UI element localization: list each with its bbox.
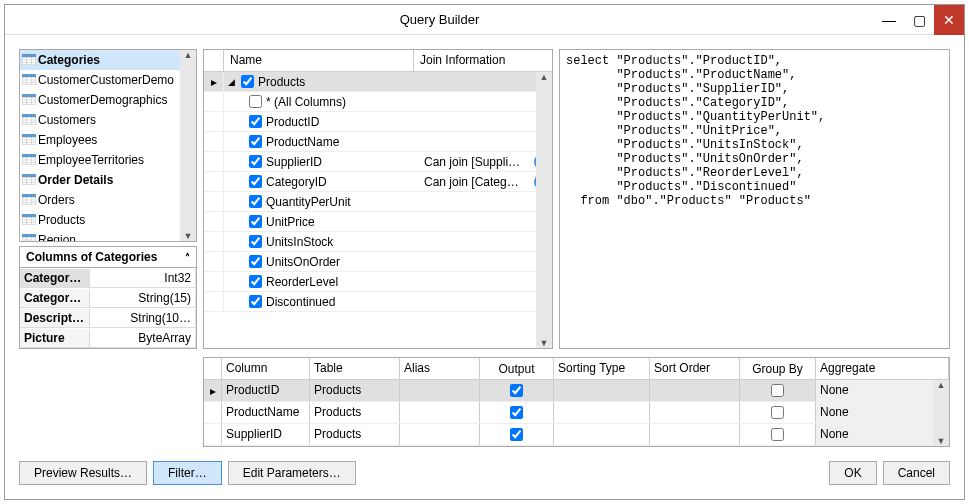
row-indicator — [204, 112, 224, 131]
table-row[interactable]: Region — [20, 230, 180, 241]
field-label: Discontinued — [264, 295, 424, 309]
field-row[interactable]: QuantityPerUnit — [204, 192, 552, 212]
field-row[interactable]: * (All Columns) — [204, 92, 552, 112]
field-row[interactable]: ProductID — [204, 112, 552, 132]
table-icon — [22, 134, 36, 146]
cell-alias[interactable] — [400, 402, 480, 423]
svg-rect-0 — [22, 54, 36, 57]
output-row[interactable]: ▸ProductIDProductsNone — [204, 380, 949, 402]
table-row[interactable]: Products — [20, 210, 180, 230]
groupby-checkbox[interactable] — [771, 384, 784, 397]
cell-aggregate[interactable]: None — [816, 380, 949, 401]
output-row[interactable]: ProductNameProductsNone — [204, 402, 949, 424]
column-type: Int32 — [90, 269, 196, 288]
field-checkbox[interactable] — [241, 75, 254, 88]
row-indicator — [204, 212, 224, 231]
columns-panel: Columns of Categories ˄ Categor…Int32Cat… — [19, 246, 197, 349]
field-checkbox[interactable] — [249, 235, 262, 248]
field-row[interactable]: UnitsOnOrder — [204, 252, 552, 272]
minimize-button[interactable]: — — [874, 5, 904, 35]
cell-sort-order[interactable] — [650, 380, 740, 401]
cell-table: Products — [310, 380, 400, 401]
field-row[interactable]: SupplierIDCan join [Suppli…+ — [204, 152, 552, 172]
cell-table: Products — [310, 424, 400, 445]
field-checkbox[interactable] — [249, 135, 262, 148]
table-row[interactable]: Employees — [20, 130, 180, 150]
groupby-checkbox[interactable] — [771, 406, 784, 419]
field-row[interactable]: ProductName — [204, 132, 552, 152]
column-name: Picture — [20, 329, 90, 348]
table-name: Products — [38, 213, 85, 227]
field-row[interactable]: Discontinued — [204, 292, 552, 312]
filter-button[interactable]: Filter… — [153, 461, 222, 485]
field-checkbox[interactable] — [249, 95, 262, 108]
table-row[interactable]: EmployeeTerritories — [20, 150, 180, 170]
field-row[interactable]: UnitsInStock — [204, 232, 552, 252]
cell-alias[interactable] — [400, 424, 480, 445]
cell-sorting-type[interactable] — [554, 424, 650, 445]
table-row[interactable]: Order Details — [20, 170, 180, 190]
field-row[interactable]: UnitPrice — [204, 212, 552, 232]
hdr-column: Column — [222, 358, 310, 379]
field-checkbox[interactable] — [249, 215, 262, 228]
field-checkbox[interactable] — [249, 295, 262, 308]
field-checkbox[interactable] — [249, 155, 262, 168]
maximize-button[interactable]: ▢ — [904, 5, 934, 35]
field-checkbox[interactable] — [249, 255, 262, 268]
column-name: Categor… — [20, 269, 90, 288]
groupby-checkbox[interactable] — [771, 428, 784, 441]
table-icon — [22, 154, 36, 166]
column-info-row[interactable]: Descript…String(10… — [20, 308, 196, 328]
field-row[interactable]: CategoryIDCan join [Categ…+ — [204, 172, 552, 192]
expand-icon[interactable]: ◢ — [224, 77, 238, 87]
field-row[interactable]: ▸◢Products — [204, 72, 552, 92]
preview-results-button[interactable]: Preview Results… — [19, 461, 147, 485]
cell-sort-order[interactable] — [650, 424, 740, 445]
join-info: Can join [Categ… — [424, 175, 532, 189]
svg-rect-55 — [22, 237, 36, 241]
table-row[interactable]: CustomerDemographics — [20, 90, 180, 110]
column-info-row[interactable]: Categor…Int32 — [20, 268, 196, 288]
field-checkbox[interactable] — [249, 195, 262, 208]
tables-list[interactable]: CategoriesCustomerCustomerDemoCustomerDe… — [19, 49, 197, 242]
cancel-button[interactable]: Cancel — [883, 461, 950, 485]
table-icon — [22, 94, 36, 106]
row-indicator — [204, 402, 222, 423]
svg-rect-48 — [22, 214, 36, 217]
cell-aggregate[interactable]: None — [816, 402, 949, 423]
output-row[interactable]: SupplierIDProductsNone — [204, 424, 949, 446]
fields-grid-header: Name Join Information — [204, 50, 552, 72]
fields-scrollbar[interactable]: ▲▼ — [536, 72, 552, 348]
table-row[interactable]: CustomerCustomerDemo — [20, 70, 180, 90]
column-name: Categor… — [20, 289, 90, 308]
field-row[interactable]: ReorderLevel — [204, 272, 552, 292]
field-checkbox[interactable] — [249, 115, 262, 128]
output-checkbox[interactable] — [510, 384, 523, 397]
field-checkbox[interactable] — [249, 275, 262, 288]
table-row[interactable]: Orders — [20, 190, 180, 210]
col-name-header: Name — [224, 50, 414, 71]
output-checkbox[interactable] — [510, 428, 523, 441]
table-row[interactable]: Categories — [20, 50, 180, 70]
cell-alias[interactable] — [400, 380, 480, 401]
cell-sort-order[interactable] — [650, 402, 740, 423]
column-info-row[interactable]: PictureByteArray — [20, 328, 196, 348]
svg-rect-7 — [22, 77, 36, 85]
cell-sorting-type[interactable] — [554, 380, 650, 401]
field-label: UnitsInStock — [264, 235, 424, 249]
svg-rect-31 — [22, 157, 36, 165]
tables-scrollbar[interactable]: ▲▼ — [180, 50, 196, 241]
close-button[interactable]: ✕ — [934, 5, 964, 35]
output-checkbox[interactable] — [510, 406, 523, 419]
output-scrollbar[interactable]: ▲▼ — [933, 380, 949, 446]
column-info-row[interactable]: Categor…String(15) — [20, 288, 196, 308]
edit-parameters-button[interactable]: Edit Parameters… — [228, 461, 356, 485]
table-row[interactable]: Customers — [20, 110, 180, 130]
ok-button[interactable]: OK — [829, 461, 876, 485]
collapse-icon[interactable]: ˄ — [185, 252, 190, 263]
field-checkbox[interactable] — [249, 175, 262, 188]
cell-sorting-type[interactable] — [554, 402, 650, 423]
cell-aggregate[interactable]: None — [816, 424, 949, 445]
output-grid[interactable]: Column Table Alias Output Sorting Type S… — [203, 357, 950, 447]
svg-rect-36 — [22, 174, 36, 177]
